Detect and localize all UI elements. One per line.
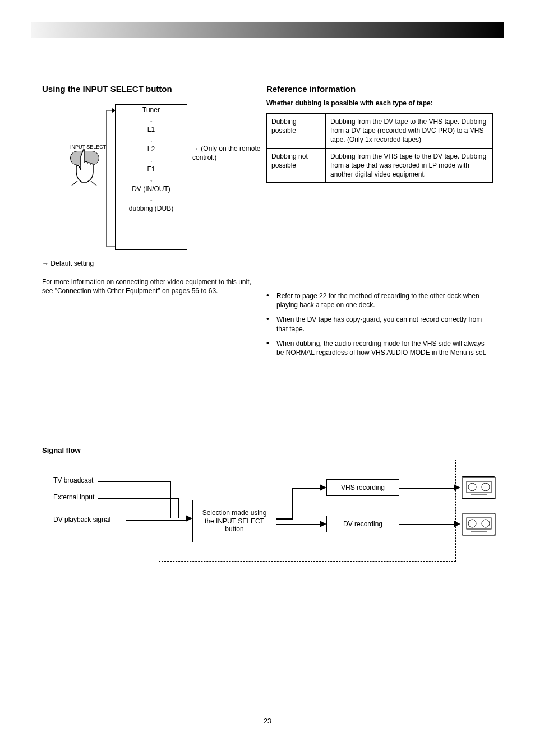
svg-point-4	[482, 483, 490, 491]
svg-point-9	[482, 520, 490, 527]
arrowhead-icon	[454, 521, 460, 527]
bullet-icon: •	[266, 315, 276, 333]
flow-item-dub: dubbing (DUB)	[116, 203, 187, 214]
line	[399, 488, 455, 489]
right-heading: Reference information	[266, 84, 493, 94]
line	[126, 520, 188, 521]
down-arrow: ↓	[116, 175, 187, 184]
remote-only-text: (Only on the remote control.)	[192, 145, 260, 161]
hand-pointer-icon	[68, 147, 103, 187]
remote-only-note: → (Only on the remote control.)	[192, 145, 265, 162]
svg-rect-2	[467, 481, 491, 493]
vhs-cassette-icon	[462, 476, 495, 499]
bullet-icon: •	[266, 291, 276, 309]
arrowhead-icon	[186, 515, 192, 522]
vhs-recording-box: VHS recording	[326, 479, 399, 496]
down-arrow: ↓	[116, 194, 187, 203]
down-arrow: ↓	[116, 115, 187, 124]
table-cell-desc-notpossible: Dubbing from the VHS tape to the DV tape…	[326, 148, 493, 183]
selector-box: Selection made using the INPUT SELECT bu…	[192, 500, 276, 542]
svg-rect-6	[463, 514, 495, 535]
bullet-icon: •	[266, 339, 276, 357]
bullet-text-3: When dubbing, the audio recording mode f…	[276, 339, 493, 357]
loop-arrow-icon	[104, 107, 116, 247]
arrowhead-icon	[320, 521, 326, 527]
default-setting-note: → Default setting	[42, 259, 261, 267]
down-arrow: ↓	[116, 135, 187, 144]
arrowhead-icon	[454, 484, 460, 491]
label-tv-broadcast: TV broadcast	[53, 476, 93, 484]
diagram-title: Signal flow	[42, 446, 81, 454]
input-select-flow-box: Tuner ↓ L1 ↓ L2 ↓ F1 ↓ DV (IN/OUT) ↓ dub…	[115, 104, 187, 250]
line	[98, 481, 171, 482]
arrowhead-icon	[320, 484, 326, 491]
flow-item-tuner: Tuner	[116, 105, 187, 115]
flow-item-l1: L1	[116, 124, 187, 135]
bullet-list: • Refer to page 22 for the method of rec…	[266, 291, 493, 363]
bullet-text-2: When the DV tape has copy-guard, you can…	[276, 315, 493, 333]
default-setting-text: Default setting	[50, 259, 94, 267]
svg-point-8	[468, 520, 476, 527]
flow-item-f1: F1	[116, 164, 187, 175]
left-heading: Using the INPUT SELECT button	[42, 84, 261, 94]
label-dv-playback: DV playback signal	[53, 516, 110, 523]
bullet-text-1: Refer to page 22 for the method of recor…	[276, 291, 493, 309]
page-number: 23	[0, 717, 535, 725]
input-select-button-figure: INPUT SELECT	[70, 144, 106, 165]
table-cell-label-possible: Dubbing possible	[267, 114, 326, 149]
right-arrow-icon: →	[42, 259, 49, 267]
line	[292, 488, 293, 520]
line	[170, 481, 171, 518]
down-arrow: ↓	[116, 155, 187, 164]
header-gradient-bar	[31, 22, 504, 38]
line	[399, 524, 455, 525]
line	[98, 498, 179, 499]
line	[276, 518, 293, 520]
right-subheading: Whether dubbing is possible with each ty…	[266, 99, 493, 107]
label-external-input: External input	[53, 493, 94, 501]
svg-rect-7	[467, 518, 491, 529]
line	[276, 524, 321, 525]
line	[292, 488, 321, 489]
svg-rect-1	[463, 477, 495, 499]
right-arrow-icon: →	[192, 145, 199, 152]
svg-marker-0	[112, 108, 116, 113]
svg-point-3	[468, 483, 476, 491]
flow-item-l2: L2	[116, 144, 187, 155]
dv-recording-box: DV recording	[326, 516, 399, 532]
table-cell-label-notpossible: Dubbing not possible	[267, 148, 326, 183]
line	[178, 498, 179, 518]
reference-note: For more information on connecting other…	[42, 277, 261, 295]
dv-cassette-icon	[462, 513, 495, 535]
dubbing-table: Dubbing possible Dubbing from the DV tap…	[266, 113, 493, 183]
signal-flow-diagram: TV broadcast External input DV playback …	[42, 460, 493, 572]
flow-item-dv: DV (IN/OUT)	[116, 184, 187, 194]
table-cell-desc-possible: Dubbing from the DV tape to the VHS tape…	[326, 114, 493, 149]
